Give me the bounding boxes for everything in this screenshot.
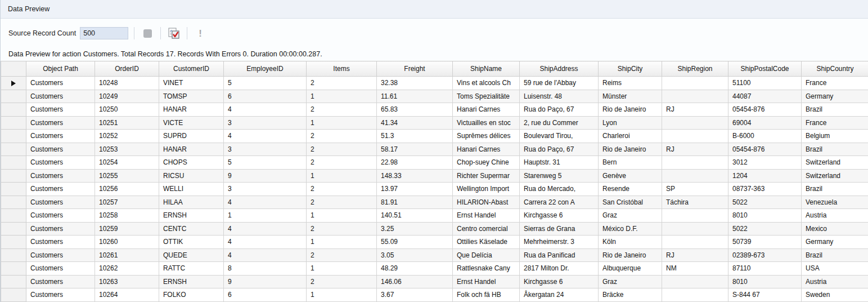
- cell[interactable]: 6: [224, 288, 307, 302]
- cell[interactable]: 4: [224, 196, 307, 209]
- cell[interactable]: Táchira: [662, 196, 728, 209]
- column-header[interactable]: Items: [307, 61, 377, 77]
- cell[interactable]: 02389-673: [728, 248, 802, 262]
- row-selector[interactable]: [1, 248, 26, 262]
- cell[interactable]: [662, 116, 728, 130]
- cell[interactable]: B-6000: [728, 130, 802, 143]
- cell[interactable]: Hanari Carnes: [453, 103, 520, 117]
- cell[interactable]: 3: [224, 116, 307, 130]
- cell[interactable]: 2: [307, 143, 377, 156]
- cell[interactable]: [662, 90, 728, 103]
- column-header[interactable]: OrderID: [95, 61, 159, 77]
- cell[interactable]: 148.33: [377, 169, 453, 183]
- cell[interactable]: 08737-363: [728, 183, 802, 196]
- cell[interactable]: Brazil: [802, 103, 868, 117]
- cell[interactable]: Customers: [26, 262, 95, 276]
- column-header[interactable]: Object Path: [26, 61, 95, 77]
- cell[interactable]: Kirchgasse 6: [520, 275, 599, 288]
- cell[interactable]: 2: [307, 248, 377, 262]
- cell[interactable]: 11.61: [377, 90, 453, 103]
- cell[interactable]: 4: [224, 222, 307, 236]
- cell[interactable]: Rio de Janeiro: [599, 248, 662, 262]
- row-selector[interactable]: [1, 103, 26, 117]
- cell[interactable]: 44087: [728, 90, 802, 103]
- cell[interactable]: 32.38: [377, 77, 453, 90]
- cell[interactable]: Germany: [802, 236, 868, 249]
- cell[interactable]: 59 rue de l'Abbay: [520, 77, 599, 90]
- cell[interactable]: Mehrheimerstr. 3: [520, 236, 599, 249]
- cell[interactable]: 05454-876: [728, 143, 802, 156]
- cell[interactable]: RJ: [662, 143, 728, 156]
- cell[interactable]: [662, 222, 728, 236]
- cell[interactable]: 4: [224, 103, 307, 117]
- cell[interactable]: 1: [307, 116, 377, 130]
- column-header[interactable]: ShipName: [453, 61, 520, 77]
- cell[interactable]: Mexico: [802, 222, 868, 236]
- cell[interactable]: San Cristóbal: [599, 196, 662, 209]
- cell[interactable]: HILARION-Abast: [453, 196, 520, 209]
- cell[interactable]: Kirchgasse 6: [520, 209, 599, 223]
- cell[interactable]: Centro comercial: [453, 222, 520, 236]
- cell[interactable]: Rio de Janeiro: [599, 103, 662, 117]
- cell[interactable]: HANAR: [159, 103, 224, 117]
- row-selector[interactable]: [1, 222, 26, 236]
- cell[interactable]: 1: [224, 209, 307, 223]
- cell[interactable]: Brazil: [802, 143, 868, 156]
- cell[interactable]: Rua do Mercado,: [520, 183, 599, 196]
- cell[interactable]: Customers: [26, 156, 95, 170]
- cell[interactable]: 10249: [95, 90, 159, 103]
- cell[interactable]: 05454-876: [728, 103, 802, 117]
- cell[interactable]: RJ: [662, 248, 728, 262]
- cell[interactable]: 2: [307, 130, 377, 143]
- cell[interactable]: 2: [307, 77, 377, 90]
- cell[interactable]: Belgium: [802, 130, 868, 143]
- cell[interactable]: 5: [224, 156, 307, 170]
- cell[interactable]: Customers: [26, 130, 95, 143]
- cell[interactable]: Brazil: [802, 248, 868, 262]
- cell[interactable]: Customers: [26, 275, 95, 288]
- cell[interactable]: 51.3: [377, 130, 453, 143]
- cell[interactable]: 2, rue du Commer: [520, 116, 599, 130]
- cell[interactable]: CENTC: [159, 222, 224, 236]
- cell[interactable]: 3.25: [377, 222, 453, 236]
- cell[interactable]: 87110: [728, 262, 802, 276]
- cell[interactable]: 5022: [728, 196, 802, 209]
- cell[interactable]: Brazil: [802, 183, 868, 196]
- cell[interactable]: Boulevard Tirou,: [520, 130, 599, 143]
- cell[interactable]: Sweden: [802, 288, 868, 302]
- cell[interactable]: Venezuela: [802, 196, 868, 209]
- cell[interactable]: Rio de Janeiro: [599, 143, 662, 156]
- cell[interactable]: Customers: [26, 236, 95, 249]
- cell[interactable]: 5022: [728, 222, 802, 236]
- cell[interactable]: 58.17: [377, 143, 453, 156]
- cell[interactable]: Switzerland: [802, 169, 868, 183]
- cell[interactable]: Wellington Import: [453, 183, 520, 196]
- cell[interactable]: Switzerland: [802, 156, 868, 170]
- row-selector[interactable]: [1, 288, 26, 302]
- cell[interactable]: 1: [307, 209, 377, 223]
- cell[interactable]: 41.34: [377, 116, 453, 130]
- cell[interactable]: 1: [307, 236, 377, 249]
- cell[interactable]: Vins et alcools Ch: [453, 77, 520, 90]
- cell[interactable]: 48.29: [377, 262, 453, 276]
- cell[interactable]: 10253: [95, 143, 159, 156]
- cell[interactable]: 2: [307, 275, 377, 288]
- cell[interactable]: 55.09: [377, 236, 453, 249]
- row-selector[interactable]: [1, 196, 26, 209]
- cell[interactable]: Rattlesnake Cany: [453, 262, 520, 276]
- cell[interactable]: 10260: [95, 236, 159, 249]
- column-header[interactable]: ShipCountry: [802, 61, 868, 77]
- cell[interactable]: 22.98: [377, 156, 453, 170]
- cell[interactable]: 1: [307, 169, 377, 183]
- row-selector[interactable]: [1, 156, 26, 170]
- source-record-count-input[interactable]: [80, 27, 128, 39]
- cell[interactable]: [662, 275, 728, 288]
- cell[interactable]: 3012: [728, 156, 802, 170]
- cell[interactable]: Albuquerque: [599, 262, 662, 276]
- cell[interactable]: Carrera 22 con A: [520, 196, 599, 209]
- cell[interactable]: Sierras de Grana: [520, 222, 599, 236]
- cell[interactable]: HANAR: [159, 143, 224, 156]
- cell[interactable]: [662, 288, 728, 302]
- cell[interactable]: 4: [224, 236, 307, 249]
- cell[interactable]: SUPRD: [159, 130, 224, 143]
